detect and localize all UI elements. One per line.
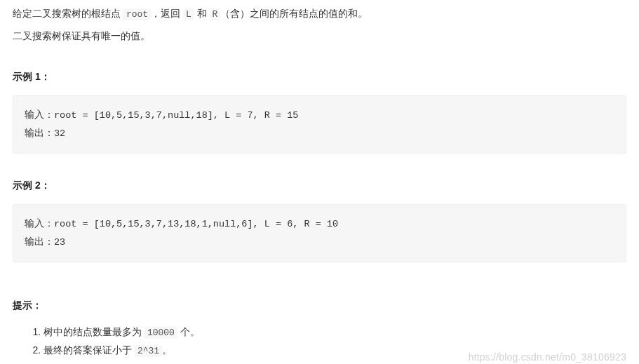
text: ，返回: [151, 8, 183, 19]
example1-title: 示例 1：: [13, 69, 626, 86]
example2-title: 示例 2：: [13, 177, 626, 194]
text: 最终的答案保证小于: [43, 344, 135, 356]
input-label: 输入：: [25, 109, 54, 120]
output-label: 输出：: [25, 128, 54, 138]
hints-title: 提示：: [13, 297, 626, 314]
hints-section: 提示： 树中的结点数量最多为 10000 个。 最终的答案保证小于 2^31。: [13, 297, 626, 359]
code-value: 10000: [144, 327, 177, 339]
input-value: root = [10,5,15,3,7,null,18], L = 7, R =…: [54, 110, 298, 121]
code-l: L: [183, 8, 194, 20]
example1-block: 输入：root = [10,5,15,3,7,null,18], L = 7, …: [13, 95, 626, 154]
input-label: 输入：: [25, 218, 54, 229]
problem-description-line2: 二叉搜索树保证具有唯一的值。: [13, 28, 626, 45]
text: 给定二叉搜索树的根结点: [13, 8, 123, 19]
text: 树中的结点数量最多为: [43, 326, 144, 337]
code-value: 2^31: [135, 345, 162, 357]
hints-list: 树中的结点数量最多为 10000 个。 最终的答案保证小于 2^31。: [13, 324, 626, 359]
code-r: R: [210, 8, 221, 20]
text: 。: [162, 344, 172, 356]
text: 和: [194, 8, 210, 19]
example2-block: 输入：root = [10,5,15,3,7,13,18,1,null,6], …: [13, 204, 626, 262]
output-label: 输出：: [25, 236, 54, 247]
hint-item: 最终的答案保证小于 2^31。: [43, 342, 626, 359]
text: 个。: [177, 326, 200, 337]
text: （含）之间的所有结点的值的和。: [220, 8, 368, 19]
input-value: root = [10,5,15,3,7,13,18,1,null,6], L =…: [54, 219, 338, 229]
output-value: 23: [54, 237, 65, 248]
hint-item: 树中的结点数量最多为 10000 个。: [43, 324, 626, 341]
output-value: 32: [54, 128, 65, 139]
code-root: root: [123, 8, 151, 20]
problem-description-line1: 给定二叉搜索树的根结点 root，返回 L 和 R（含）之间的所有结点的值的和。: [13, 6, 626, 22]
